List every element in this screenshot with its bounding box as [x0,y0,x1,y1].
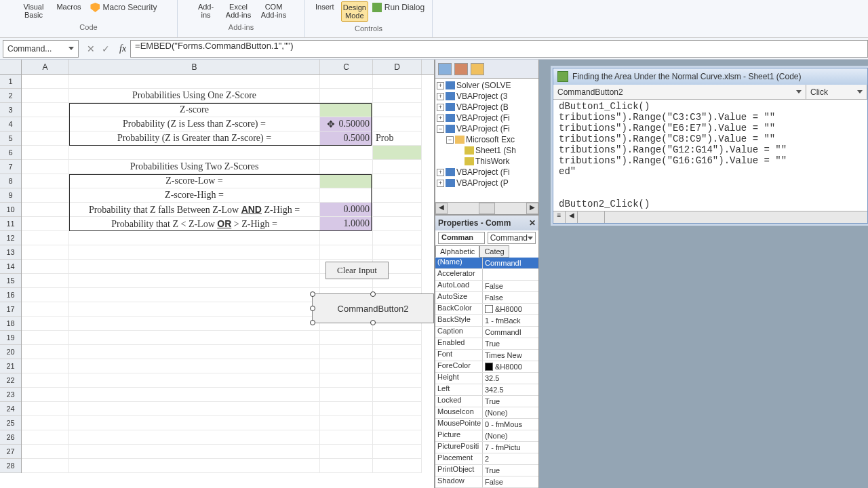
row-header[interactable]: 1 [0,75,21,89]
row-header[interactable]: 4 [0,117,21,131]
expander-icon[interactable]: − [437,125,444,133]
property-row[interactable]: BackColor&H8000 [435,304,538,315]
cancel-formula-button[interactable]: ✕ [87,43,95,54]
view-code-icon[interactable] [438,63,452,75]
close-icon[interactable]: ✕ [529,218,536,228]
property-row[interactable]: Placement2 [435,453,538,465]
col-header-d[interactable]: D [373,60,422,74]
macros-button[interactable]: Macros [52,1,85,12]
spreadsheet[interactable]: A B C D 12345678910111213141516171819202… [0,60,434,488]
code-hscroll[interactable] [578,211,605,223]
visual-basic-button[interactable]: Visual Basic [17,1,50,20]
scroll-thumb[interactable] [479,203,495,214]
tree-item[interactable]: +VBAProject (B [437,102,537,113]
property-row[interactable]: Height32.5 [435,373,538,384]
row-header[interactable]: 11 [0,217,21,231]
property-row[interactable]: AutoLoadFalse [435,281,538,292]
row-header[interactable]: 16 [0,288,21,302]
row-header[interactable]: 8 [0,174,21,188]
tree-item[interactable]: Sheet1 (Sh [437,145,537,156]
expander-icon[interactable]: + [437,93,444,100]
clear-input-button[interactable]: Clear Input [326,262,389,279]
row-header[interactable]: 12 [0,231,21,245]
tree-item[interactable]: +VBAProject (Fi [437,167,537,178]
run-dialog-button[interactable]: Run Dialog [371,1,426,14]
name-box[interactable]: Command... [3,40,79,58]
com-addins-button[interactable]: COM Add-ins [258,1,290,20]
row-header[interactable]: 21 [0,359,21,373]
design-mode-button[interactable]: Design Mode [341,1,368,22]
property-row[interactable]: PrintObjectTrue [435,465,538,476]
row-header[interactable]: 23 [0,388,21,402]
resize-handle[interactable] [310,320,315,325]
property-row[interactable]: (Name)CommandI [435,258,538,269]
tree-item[interactable]: +Solver (SOLVE [437,80,537,91]
resize-handle[interactable] [370,291,376,297]
col-header-a[interactable]: A [22,60,69,74]
row-header[interactable]: 17 [0,302,21,317]
select-all-corner[interactable] [0,60,22,74]
tree-item[interactable]: +VBAProject (P [437,178,537,188]
formula-input[interactable]: =EMBED("Forms.CommandButton.1","") [130,40,868,58]
object-dropdown[interactable]: CommandButton2 [553,85,806,99]
row-header[interactable]: 19 [0,331,21,345]
tree-item[interactable]: −Microsoft Exc [437,134,537,145]
addins-button[interactable]: Add-ins [193,1,220,20]
property-row[interactable]: EnabledTrue [435,338,538,350]
tree-item[interactable]: +VBAProject (3 [437,91,537,102]
tree-item[interactable]: −VBAProject (Fi [437,123,537,134]
properties-object-select[interactable]: Command [488,232,536,244]
tree-scrollbar[interactable]: ◀ ▶ [435,202,538,214]
row-header[interactable]: 28 [0,459,21,473]
view-object-icon[interactable] [454,63,468,75]
row-header[interactable]: 14 [0,260,21,274]
row-header[interactable]: 24 [0,402,21,416]
tab-alphabetic[interactable]: Alphabetic [435,245,479,258]
property-row[interactable]: AutoSizeFalse [435,292,538,304]
scroll-right-button[interactable]: ▶ [526,203,538,214]
tree-item[interactable]: ThisWork [437,156,537,167]
property-row[interactable]: ShadowFalse [435,476,538,488]
expander-icon[interactable]: + [437,104,444,111]
property-row[interactable]: BackStyle1 - fmBack [435,315,538,327]
tree-item[interactable]: +VBAProject (Fi [437,113,537,123]
row-header[interactable]: 20 [0,345,21,359]
row-header[interactable]: 3 [0,103,21,117]
property-row[interactable]: MouseIcon(None) [435,407,538,419]
property-row[interactable]: FontTimes New [435,350,538,361]
expander-icon[interactable]: + [437,169,444,176]
code-window[interactable]: Finding the Area Under the Normal Curve.… [553,68,868,224]
expander-icon[interactable]: − [446,136,454,144]
expander-icon[interactable]: + [437,180,444,187]
row-header[interactable]: 10 [0,203,21,217]
property-row[interactable]: MousePointe0 - fmMous [435,419,538,430]
row-header[interactable]: 5 [0,131,21,146]
row-header[interactable]: 25 [0,416,21,430]
expander-icon[interactable]: + [437,82,444,89]
row-header[interactable]: 18 [0,317,21,331]
col-header-c[interactable]: C [320,60,373,74]
row-header[interactable]: 27 [0,445,21,459]
folder-icon[interactable] [471,63,484,75]
project-tree[interactable]: +Solver (SOLVE+VBAProject (3+VBAProject … [435,79,538,202]
accept-formula-button[interactable]: ✓ [102,43,110,54]
row-header[interactable]: 26 [0,430,21,445]
resize-handle[interactable] [310,291,315,297]
fullview-icon[interactable]: ◀ [566,211,578,223]
row-header[interactable]: 9 [0,188,21,203]
procedure-dropdown[interactable]: Click [806,85,867,99]
expander-icon[interactable]: + [437,115,444,122]
property-row[interactable]: ForeColor&H8000 [435,361,538,373]
property-row[interactable]: Picture(None) [435,430,538,442]
row-header[interactable]: 15 [0,274,21,288]
col-header-b[interactable]: B [69,60,320,74]
resize-handle[interactable] [370,320,376,325]
row-header[interactable]: 22 [0,373,21,388]
property-row[interactable]: LockedTrue [435,396,538,407]
tab-categorized[interactable]: Categ [479,245,509,258]
command-button-2[interactable]: CommandButton2 [312,293,434,323]
scroll-left-button[interactable]: ◀ [435,203,448,214]
procview-icon[interactable]: ≡ [553,211,566,223]
property-row[interactable]: CaptionCommandI [435,327,538,338]
row-header[interactable]: 2 [0,89,21,103]
